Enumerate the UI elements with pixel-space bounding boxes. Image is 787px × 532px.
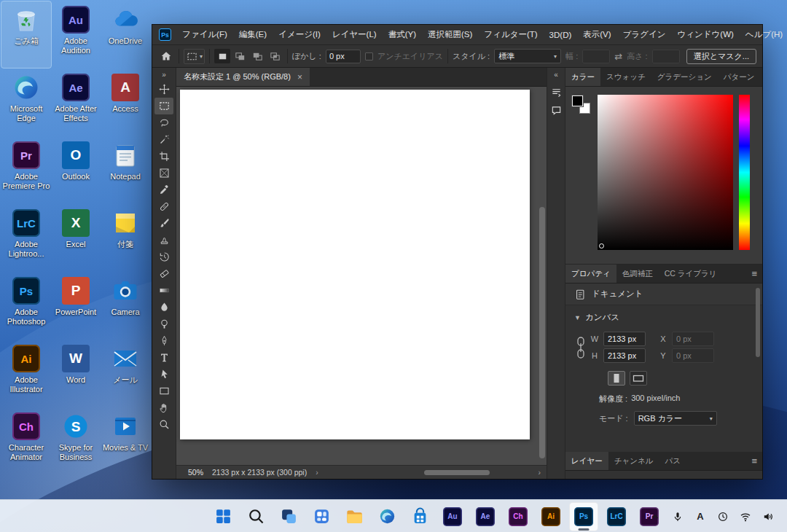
spot-healing-brush-tool[interactable] xyxy=(154,198,173,215)
menu-edit[interactable]: 編集(E) xyxy=(233,25,273,44)
taskbar-search[interactable] xyxy=(241,502,270,531)
taskbar-adobe-audition[interactable]: Au xyxy=(438,502,467,531)
history-brush-tool[interactable] xyxy=(154,249,173,265)
desktop-icon-adobe-premiere-pro[interactable]: PrAdobe Premiere Pro xyxy=(1,137,51,203)
layers-panel-tab-2[interactable]: パス xyxy=(659,452,686,470)
color-panel-tab-1[interactable]: スウォッチ xyxy=(600,68,651,86)
select-and-mask-button[interactable]: 選択とマスク... xyxy=(686,49,756,64)
type-tool[interactable] xyxy=(154,349,173,366)
menu-select[interactable]: 選択範囲(S) xyxy=(422,25,478,44)
toolbar-collapse-icon[interactable]: » xyxy=(162,69,166,81)
clone-stamp-tool[interactable] xyxy=(154,232,173,249)
saturation-brightness-field[interactable] xyxy=(598,95,733,250)
desktop-icon-powerpoint[interactable]: PPowerPoint xyxy=(51,273,101,339)
desktop-icon-microsoft-edge[interactable]: Microsoft Edge xyxy=(1,69,51,136)
vertical-scrollbar[interactable] xyxy=(539,87,546,465)
taskbar-task-view[interactable] xyxy=(274,502,303,531)
lasso-tool[interactable] xyxy=(154,114,173,131)
desktop-icon-movies-tv[interactable]: Movies & TV xyxy=(101,408,150,474)
rectangle-tool[interactable] xyxy=(154,383,173,399)
taskbar-adobe-illustrator[interactable]: Ai xyxy=(536,502,565,531)
style-select[interactable]: 標準▾ xyxy=(494,49,561,63)
taskbar-character-animator[interactable]: Ch xyxy=(504,502,533,531)
menu-file[interactable]: ファイル(F) xyxy=(176,25,233,44)
layers-panel-tab-0[interactable]: レイヤー xyxy=(565,452,608,470)
document-tab[interactable]: 名称未設定 1 @ 50% (RGB/8) × xyxy=(176,68,310,86)
color-panel-tab-2[interactable]: グラデーション xyxy=(651,68,718,86)
taskbar-microsoft-edge[interactable] xyxy=(372,502,402,531)
tray-volume-icon[interactable] xyxy=(759,505,777,528)
blur-tool[interactable] xyxy=(154,299,173,316)
home-icon[interactable] xyxy=(158,48,174,64)
move-tool[interactable] xyxy=(154,81,173,98)
crop-tool[interactable] xyxy=(154,148,173,165)
desktop-icon-adobe-illustrator[interactable]: AiAdobe Illustrator xyxy=(1,340,51,407)
dock-expand-icon[interactable]: « xyxy=(554,69,558,81)
marquee-tool-preset[interactable]: ▾ xyxy=(184,49,205,64)
desktop-icon-adobe-photoshop[interactable]: PsAdobe Photoshop xyxy=(1,273,51,339)
layers-panel-menu-icon[interactable]: ≡ xyxy=(746,452,762,470)
zoom-level[interactable]: 50% xyxy=(188,468,203,477)
vertical-scrollbar-thumb[interactable] xyxy=(539,207,545,458)
desktop-icon-recycle-bin[interactable]: ごみ箱 xyxy=(1,1,51,68)
color-panel-tab-3[interactable]: パターン xyxy=(718,68,761,86)
hue-slider[interactable] xyxy=(739,95,750,250)
horizontal-scrollbar[interactable] xyxy=(329,469,528,476)
gradient-tool[interactable] xyxy=(154,282,173,299)
document-properties-row[interactable]: ドキュメント xyxy=(565,283,762,305)
desktop-icon-character-animator[interactable]: ChCharacter Animator xyxy=(1,408,51,474)
menu-plugins[interactable]: プラグイン xyxy=(617,25,672,44)
menu-layer[interactable]: レイヤー(L) xyxy=(326,25,383,44)
desktop-icon-word[interactable]: WWord xyxy=(51,340,101,407)
menu-image[interactable]: イメージ(I) xyxy=(273,25,326,44)
desktop-icon-sticky-notes[interactable]: 付箋 xyxy=(101,205,150,271)
color-mode-select[interactable]: RGB カラー▾ xyxy=(634,411,717,426)
menu-filter[interactable]: フィルター(T) xyxy=(478,25,543,44)
menu-window[interactable]: ウィンドウ(W) xyxy=(671,25,739,44)
desktop-icon-excel[interactable]: XExcel xyxy=(51,205,101,271)
foreground-background-swatches[interactable] xyxy=(572,95,594,117)
taskbar-widgets[interactable] xyxy=(307,502,336,531)
properties-panel-tab-1[interactable]: 色調補正 xyxy=(616,265,659,283)
tray-wifi-icon[interactable] xyxy=(737,505,754,528)
menu-help[interactable]: ヘルプ(H) xyxy=(740,25,787,44)
photoshop-titlebar[interactable]: Ps ファイル(F)編集(E)イメージ(I)レイヤー(L)書式(Y)選択範囲(S… xyxy=(152,25,762,45)
properties-scrollbar[interactable] xyxy=(755,286,761,449)
link-dimensions-icon[interactable] xyxy=(576,332,586,364)
menu-type[interactable]: 書式(Y) xyxy=(383,25,422,44)
rectangular-marquee-tool[interactable] xyxy=(154,98,173,114)
comments-panel-icon[interactable] xyxy=(549,103,563,117)
tray-clock-icon[interactable] xyxy=(714,505,732,528)
eyedropper-tool[interactable] xyxy=(154,181,173,198)
foreground-color-swatch[interactable] xyxy=(572,95,583,106)
tray-mic-icon[interactable] xyxy=(669,505,686,528)
feather-input[interactable] xyxy=(326,50,361,63)
canvas-viewport[interactable] xyxy=(176,87,547,465)
color-panel-menu-icon[interactable]: ≡ xyxy=(760,68,762,86)
object-selection-tool[interactable] xyxy=(154,131,173,148)
desktop-icon-adobe-after-effects[interactable]: AeAdobe After Effects xyxy=(51,69,101,136)
dodge-tool[interactable] xyxy=(154,316,173,332)
eraser-tool[interactable] xyxy=(154,265,173,282)
pen-tool[interactable] xyxy=(154,332,173,349)
canvas-section-header[interactable]: ▼ カンバス xyxy=(574,312,753,323)
subtract-from-selection-icon[interactable] xyxy=(249,49,265,63)
desktop-icon-onedrive[interactable]: OneDrive xyxy=(101,1,150,68)
desktop-icon-skype-for-business[interactable]: SSkype for Business xyxy=(51,408,101,474)
taskbar-adobe-photoshop[interactable]: Ps xyxy=(569,502,598,531)
properties-panel-tab-0[interactable]: プロパティ xyxy=(565,265,616,283)
swap-dimensions-icon[interactable]: ⇄ xyxy=(614,51,622,62)
canvas-width-input[interactable] xyxy=(603,332,646,346)
desktop-icon-adobe-audition[interactable]: AuAdobe Audition xyxy=(51,1,101,68)
hand-tool[interactable] xyxy=(154,399,173,416)
landscape-orientation-button[interactable] xyxy=(630,371,647,386)
layers-panel-tab-1[interactable]: チャンネル xyxy=(608,452,659,470)
taskbar-adobe-lightroom-classic[interactable]: LrC xyxy=(602,502,631,531)
intersect-selection-icon[interactable] xyxy=(267,49,283,63)
taskbar-start[interactable] xyxy=(208,502,238,531)
desktop-icon-access[interactable]: AAccess xyxy=(101,69,150,136)
new-selection-icon[interactable] xyxy=(214,49,230,63)
taskbar-adobe-after-effects[interactable]: Ae xyxy=(471,502,500,531)
taskbar-microsoft-store[interactable] xyxy=(405,502,434,531)
canvas-height-input[interactable] xyxy=(603,348,646,363)
